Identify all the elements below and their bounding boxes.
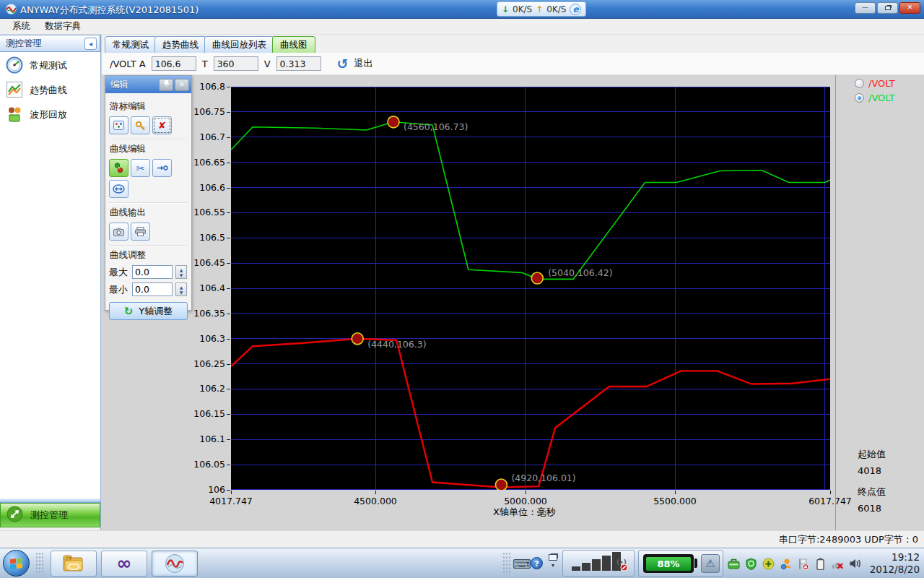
volume-icon[interactable] [849,558,861,570]
byte-counters: 串口字节:2489003 UDP字节：0 [779,533,918,546]
tab-trend-curve[interactable]: 趋势曲线 [154,36,206,53]
battery-widget[interactable]: 88% ⚠ [638,550,723,577]
start-value-label: 起始值 [858,448,886,461]
messenger-icon[interactable] [780,558,792,570]
sidebar-collapse-button[interactable]: ◂ [84,38,97,50]
curve-link-button[interactable] [109,159,128,177]
help-icon[interactable]: ? [531,557,543,569]
min-field[interactable] [132,282,173,296]
y-axis-adjust-label: Y轴调整 [139,305,173,318]
section-separator [109,139,188,140]
tray-battery-icon[interactable] [814,558,827,570]
title-bar: ANYWAY分布式测控系统(V2012081501) ↓ 0K/S ↑ 0K/S… [0,0,924,19]
warning-icon[interactable]: ⚠ [701,554,720,573]
gauge-icon [6,56,23,76]
taskbar-visualstudio-button[interactable]: ∞ [101,551,147,577]
refresh-icon: ↻ [124,305,134,318]
cursor-add-button[interactable] [109,116,128,134]
curve-cut-button[interactable]: ✂ [131,159,150,177]
radio-unselected-icon [855,79,864,88]
scissors-icon: ✂ [136,163,145,174]
section-separator [109,202,188,204]
action-center-flag-icon[interactable] [797,558,809,570]
sidebar-item-label: 波形回放 [30,108,67,121]
snapshot-button[interactable] [109,223,128,241]
browser-icon[interactable]: e [570,4,581,15]
close-button[interactable]: ✕ [899,2,920,14]
taskbar-explorer-button[interactable] [51,551,97,577]
taskbar-clock[interactable]: 19:12 2012/8/20 [870,551,920,576]
tab-curve-graph[interactable]: 曲线图 [272,36,315,53]
taskbar: ∞ ⌨ ? ▾ 88% ⚠ 1 [0,548,924,578]
t-field[interactable] [214,56,258,71]
playback-users-icon [6,105,23,125]
toolbox-icon[interactable] [728,558,740,570]
plus-orb-icon[interactable] [762,558,775,570]
curve-stretch-button[interactable] [109,180,128,198]
x-axis-unit-label: X轴单位：毫秒 [493,506,556,519]
svg-text:(5040,106.42): (5040,106.42) [548,267,612,278]
sidebar-item-label: 常规测试 [30,59,67,72]
pin-icon[interactable] [159,79,173,91]
v-field[interactable] [276,56,321,71]
signal-strength-widget[interactable] [562,550,635,577]
start-button[interactable] [3,550,30,577]
anyway-app-icon [165,553,185,574]
series1-label: /VOLT [868,78,895,89]
edit-panel-titlebar[interactable]: 编辑 ✕ [105,76,191,93]
edit-panel: 编辑 ✕ 游标编辑 ✘ 曲线编辑 ✂ 曲线输出 [105,75,192,311]
close-panel-icon[interactable]: ✕ [175,79,189,91]
series-radio-volt-green[interactable]: /VOLT [855,92,895,103]
sidebar-splitter[interactable] [0,498,100,503]
clock-time: 19:12 [870,551,920,564]
clock-date: 2012/8/20 [870,564,920,576]
print-button[interactable] [131,223,150,241]
t-label: T [202,59,208,69]
network-speed-widget[interactable]: ↓ 0K/S ↑ 0K/S e [497,1,586,17]
max-field[interactable] [132,265,173,279]
network-disconnected-icon[interactable] [832,558,844,570]
channel-label: /VOLT A [110,59,146,69]
battery-icon: 88% [643,554,694,573]
tray-icon-row [728,550,861,577]
visual-studio-icon: ∞ [117,553,132,574]
sidebar-item-waveform-playback[interactable]: 波形回放 [0,104,100,126]
folder-icon [63,555,84,572]
sidebar-footer-button[interactable]: 测控管理 [0,503,100,527]
minimize-button[interactable]: — [855,2,876,14]
min-spinner[interactable]: ▲▼ [175,282,187,296]
flip3d-icon[interactable]: ▾ [549,554,557,569]
end-value-label: 终点值 [858,486,886,499]
download-arrow-icon: ↓ [502,4,509,14]
curve-edit-label: 曲线编辑 [110,143,188,155]
tab-curve-playback-list[interactable]: 曲线回放列表 [204,36,274,53]
keyboard-icon[interactable]: ⌨ [513,556,531,571]
y-axis-adjust-button[interactable]: ↻ Y轴调整 [109,302,188,320]
download-speed: 0K/S [513,4,532,14]
chart-plot-area[interactable]: (4560,106.73)(5040,106.42)(4440,106.3)(4… [231,87,830,490]
sidebar-item-trend-curve[interactable]: 趋势曲线 [0,79,100,101]
exit-button[interactable]: 退出 [354,57,372,70]
section-separator [109,245,188,246]
menu-system[interactable]: 系统 [6,19,37,34]
restore-button[interactable] [877,2,898,14]
curve-connect-button[interactable] [152,159,172,177]
max-spinner[interactable]: ▲▼ [175,265,187,279]
amplitude-field[interactable] [152,56,196,71]
cursor-delete-button[interactable]: ✘ [152,116,172,134]
upload-speed: 0K/S [546,4,566,14]
taskbar-anyway-app-button[interactable] [152,551,198,577]
measure-manage-icon [6,506,23,525]
min-label: 最小 [109,283,129,296]
cursor-key-button[interactable] [131,116,150,134]
taskbar-grip[interactable] [35,552,44,575]
curve-adjust-label: 曲线调整 [110,249,188,262]
tab-regular-test[interactable]: 常规测试 [105,36,157,53]
tray-grip[interactable] [502,552,511,575]
sidebar-footer-label: 测控管理 [30,509,68,522]
series-radio-volt-red[interactable]: /VOLT [855,78,895,89]
app-logo-icon [5,3,17,15]
sidebar-item-regular-test[interactable]: 常规测试 [0,55,100,77]
shield-icon[interactable] [745,558,757,570]
menu-data-dictionary[interactable]: 数据字典 [38,19,87,34]
